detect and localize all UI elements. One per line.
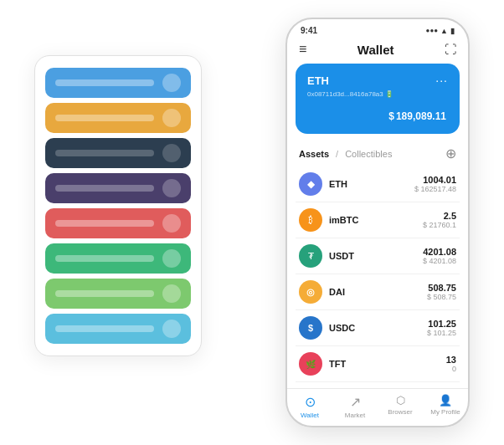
eth-address: 0x08711d3d...8416a78a3 🔋 [307,90,448,98]
eth-card-header: ETH ··· [307,74,448,87]
asset-primary-amount: 13 [446,355,456,365]
browser-nav-label: Browser [388,408,412,416]
expand-icon[interactable]: ⛶ [445,43,456,56]
asset-secondary-amount: $ 4201.08 [423,257,456,265]
asset-amounts: 4201.08 $ 4201.08 [423,247,456,265]
tab-collectibles[interactable]: Collectibles [345,149,392,159]
asset-symbol: USDT [329,251,423,261]
wallet-nav-icon: ⊙ [305,394,316,410]
nav-market[interactable]: ↗ Market [332,394,378,419]
tab-assets[interactable]: Assets [299,149,329,159]
asset-secondary-amount: $ 508.75 [427,293,456,301]
balance-prefix: $ [388,110,394,122]
asset-primary-amount: 508.75 [427,283,456,293]
asset-symbol: imBTC [329,215,423,225]
nav-browser[interactable]: ⬡ Browser [378,394,423,419]
profile-nav-icon: 👤 [439,394,452,407]
asset-secondary-amount: $ 162517.48 [414,185,456,193]
card-row [45,243,191,274]
card-row [45,173,191,203]
card-row [45,314,191,344]
add-asset-button[interactable]: ⊕ [445,146,456,161]
card-row [45,279,191,309]
status-icons: ●●● ▲ ▮ [426,27,455,35]
main-scene: 9:41 ●●● ▲ ▮ ≡ Wallet ⛶ ETH ··· 0x08711d… [9,9,495,436]
bottom-nav: ⊙ Wallet ↗ Market ⬡ Browser 👤 My Profile [287,388,468,426]
asset-amounts: 2.5 $ 21760.1 [423,211,456,229]
list-item[interactable]: ₿ imBTC 2.5 $ 21760.1 [296,202,460,238]
asset-amounts: 1004.01 $ 162517.48 [414,175,456,193]
asset-symbol: ETH [329,179,414,189]
market-nav-icon: ↗ [350,394,361,410]
wallet-nav-label: Wallet [301,412,319,419]
asset-secondary-amount: $ 21760.1 [423,221,456,229]
menu-icon[interactable]: ≡ [299,42,306,57]
tft-icon: 🌿 [299,352,322,376]
eth-balance: $189,089.11 [307,105,448,124]
assets-header: Assets / Collectibles ⊕ [287,142,468,166]
list-item[interactable]: 🌿 TFT 13 0 [296,346,460,382]
asset-secondary-amount: 0 [446,365,456,373]
usdc-icon: $ [299,316,322,340]
asset-secondary-amount: $ 101.25 [427,329,456,337]
wifi-icon: ▲ [440,27,448,35]
list-item[interactable]: ◆ ETH 1004.01 $ 162517.48 [296,166,460,202]
list-item[interactable]: ◎ DAI 508.75 $ 508.75 [296,274,460,310]
dai-icon: ◎ [299,280,322,304]
balance-amount: 189,089.11 [396,110,446,122]
page-title: Wallet [357,43,394,57]
eth-symbol: ETH [307,74,329,87]
phone-frame: 9:41 ●●● ▲ ▮ ≡ Wallet ⛶ ETH ··· 0x08711d… [285,18,470,427]
browser-nav-icon: ⬡ [396,394,405,407]
signal-icon: ●●● [426,27,439,34]
market-nav-label: Market [345,412,365,419]
asset-amounts: 508.75 $ 508.75 [427,283,456,301]
card-row [45,138,191,168]
battery-icon: ▮ [450,27,455,35]
usdt-icon: ₮ [299,244,322,268]
status-bar: 9:41 ●●● ▲ ▮ [287,19,468,38]
eth-card-more[interactable]: ··· [435,74,448,87]
eth-card[interactable]: ETH ··· 0x08711d3d...8416a78a3 🔋 $189,08… [296,64,460,134]
assets-tabs: Assets / Collectibles [299,149,392,159]
nav-wallet[interactable]: ⊙ Wallet [287,394,332,419]
nav-profile[interactable]: 👤 My Profile [423,394,468,419]
asset-primary-amount: 101.25 [427,319,456,329]
eth-icon: ◆ [299,172,322,196]
asset-primary-amount: 4201.08 [423,247,456,257]
asset-list: ◆ ETH 1004.01 $ 162517.48 ₿ imBTC 2.5 $ … [287,166,468,388]
asset-symbol: DAI [329,287,427,297]
card-row [45,208,191,238]
asset-primary-amount: 1004.01 [414,175,456,185]
card-stack [34,55,202,356]
imbtc-icon: ₿ [299,208,322,232]
list-item[interactable]: ₮ USDT 4201.08 $ 4201.08 [296,238,460,274]
asset-primary-amount: 2.5 [423,211,456,221]
phone-header: ≡ Wallet ⛶ [287,38,468,64]
tab-divider: / [336,149,338,159]
card-row [45,103,191,133]
list-item[interactable]: $ USDC 101.25 $ 101.25 [296,310,460,346]
time-display: 9:41 [301,26,317,35]
card-row [45,68,191,98]
asset-amounts: 13 0 [446,355,456,373]
profile-nav-label: My Profile [430,408,460,416]
asset-symbol: TFT [329,359,446,369]
asset-amounts: 101.25 $ 101.25 [427,319,456,337]
asset-symbol: USDC [329,323,427,333]
